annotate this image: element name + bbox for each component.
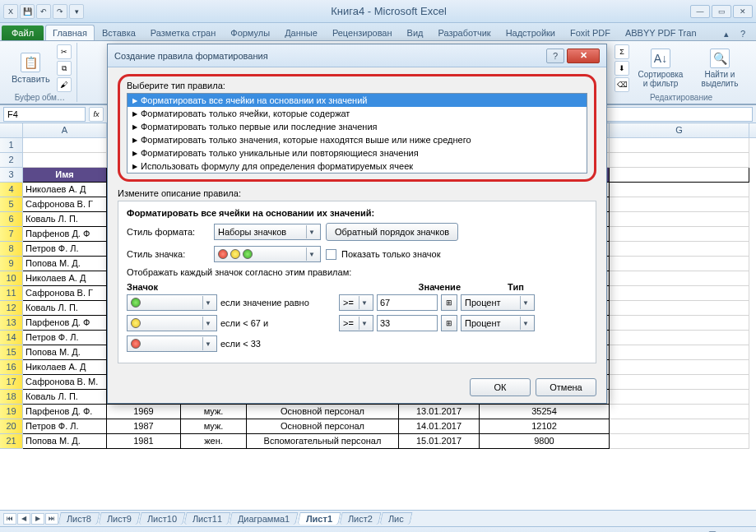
row-header[interactable]: 21 (0, 434, 23, 449)
ribbon-tabs: Файл Главная Вставка Разметка стран Форм… (0, 23, 756, 41)
sheet-tab[interactable]: Лист10 (138, 512, 185, 525)
range-ref-button[interactable]: ⊞ (441, 315, 457, 331)
operator-combo[interactable]: >=▼ (339, 315, 373, 331)
icon-combo[interactable]: ▼ (127, 335, 217, 352)
sheet-tab[interactable]: Лист8 (58, 512, 100, 525)
minimize-ribbon-icon[interactable]: ▴ (720, 27, 733, 40)
tab-home[interactable]: Главная (45, 25, 95, 40)
tab-view[interactable]: Вид (400, 25, 431, 40)
fx-icon[interactable]: fx (89, 107, 104, 122)
cancel-button[interactable]: Отмена (536, 378, 596, 396)
fill-icon[interactable]: ⬇ (615, 61, 629, 76)
row-header[interactable]: 20 (0, 419, 23, 434)
col-header[interactable]: A (23, 123, 107, 137)
cut-icon[interactable]: ✂ (57, 44, 72, 59)
tab-addins[interactable]: Надстройки (499, 25, 563, 40)
sheet-tab[interactable]: Лист2 (339, 512, 381, 525)
value-input[interactable] (377, 294, 438, 311)
qat-more-icon[interactable]: ▾ (69, 4, 84, 19)
row-header[interactable]: 8 (0, 242, 23, 257)
dialog-titlebar[interactable]: Создание правила форматирования ? ✕ (108, 44, 606, 67)
row-header[interactable]: 1 (0, 138, 23, 153)
rule-item[interactable]: ▶Форматировать только ячейки, которые со… (128, 107, 587, 120)
name-box[interactable]: F4 (3, 107, 86, 122)
select-all-corner[interactable] (0, 123, 23, 137)
row-header[interactable]: 19 (0, 405, 23, 419)
row-header[interactable]: 10 (0, 271, 23, 286)
excel-icon[interactable]: X (3, 4, 18, 19)
rule-item[interactable]: ▶Форматировать только значения, которые … (128, 133, 587, 146)
row-headers: 123456789101112131415161718192021 (0, 138, 23, 449)
tab-abbyy[interactable]: ABBYY PDF Tran (618, 25, 704, 40)
tab-formulas[interactable]: Формулы (223, 25, 277, 40)
format-style-combo[interactable]: Наборы значков▼ (214, 224, 321, 240)
icon-combo[interactable]: ▼ (127, 315, 217, 331)
sheet-tab[interactable]: Лист11 (184, 512, 231, 525)
show-icon-only-checkbox[interactable] (326, 249, 336, 260)
sheet-tab[interactable]: Лист9 (98, 512, 140, 525)
row-header[interactable]: 16 (0, 360, 23, 375)
row-header[interactable]: 18 (0, 390, 23, 405)
format-painter-icon[interactable]: 🖌 (57, 77, 72, 92)
row-header[interactable]: 5 (0, 197, 23, 212)
row-header[interactable]: 13 (0, 316, 23, 331)
row-header[interactable]: 6 (0, 212, 23, 227)
tab-foxit[interactable]: Foxit PDF (563, 25, 618, 40)
sheet-nav-first-icon[interactable]: ⏮ (3, 513, 16, 525)
value-input[interactable] (377, 315, 438, 331)
icon-combo[interactable]: ▼ (127, 294, 217, 311)
row-header[interactable]: 12 (0, 301, 23, 316)
tab-insert[interactable]: Вставка (95, 25, 143, 40)
copy-icon[interactable]: ⧉ (57, 61, 72, 76)
row-header[interactable]: 4 (0, 183, 23, 197)
sheet-tab-bar: ⏮ ◀ ▶ ⏭ Лист8Лист9Лист10Лист11Диаграмма1… (0, 510, 756, 526)
rule-item[interactable]: ▶Использовать формулу для определения фо… (128, 160, 587, 173)
operator-combo[interactable]: >=▼ (339, 294, 373, 311)
maximize-button[interactable]: ▭ (712, 5, 731, 18)
col-header[interactable]: G (610, 123, 749, 137)
range-ref-button[interactable]: ⊞ (441, 294, 457, 311)
row-header[interactable]: 17 (0, 375, 23, 390)
rule-item[interactable]: ▶Форматировать только первые или последн… (128, 120, 587, 133)
ok-button[interactable]: ОК (470, 378, 531, 396)
row-header[interactable]: 15 (0, 345, 23, 360)
row-header[interactable]: 11 (0, 286, 23, 301)
tab-developer[interactable]: Разработчик (430, 25, 498, 40)
sheet-nav-prev-icon[interactable]: ◀ (17, 513, 30, 525)
row-header[interactable]: 7 (0, 227, 23, 242)
sort-filter-button[interactable]: A↓ Сортировка и фильтр (633, 47, 689, 90)
tab-pagelayout[interactable]: Разметка стран (143, 25, 223, 40)
dialog-close-button[interactable]: ✕ (567, 49, 600, 63)
tab-review[interactable]: Рецензирован (325, 25, 400, 40)
close-window-button[interactable]: ✕ (733, 5, 753, 18)
sheet-tab[interactable]: Диаграмма1 (230, 512, 299, 525)
row-header[interactable]: 2 (0, 153, 23, 168)
reverse-order-button[interactable]: Обратный порядок значков (326, 223, 458, 241)
save-icon[interactable]: 💾 (20, 4, 35, 19)
sheet-nav-last-icon[interactable]: ⏭ (45, 513, 58, 525)
file-tab[interactable]: Файл (2, 25, 44, 40)
sheet-nav-next-icon[interactable]: ▶ (31, 513, 44, 525)
tab-data[interactable]: Данные (277, 25, 325, 40)
rule-item[interactable]: ▶Форматировать все ячейки на основании и… (128, 94, 587, 107)
row-header[interactable]: 14 (0, 331, 23, 345)
dialog-help-button[interactable]: ? (546, 49, 564, 63)
rule-type-list[interactable]: ▶Форматировать все ячейки на основании и… (127, 93, 587, 173)
paste-button[interactable]: 📋 Вставить (8, 51, 53, 86)
clear-icon[interactable]: ⌫ (615, 77, 629, 92)
type-combo[interactable]: Процент▼ (461, 294, 535, 311)
undo-icon[interactable]: ↶ (36, 4, 51, 19)
rule-item[interactable]: ▶Форматировать только уникальные или пов… (128, 146, 587, 160)
help-icon[interactable]: ? (736, 27, 749, 40)
minimize-button[interactable]: — (690, 5, 710, 18)
row-header[interactable]: 3 (0, 168, 23, 183)
redo-icon[interactable]: ↷ (53, 4, 67, 19)
sheet-tab[interactable]: Лист1 (297, 512, 341, 525)
autosum-icon[interactable]: Σ (615, 44, 629, 59)
find-select-button[interactable]: 🔍 Найти и выделить (692, 47, 748, 90)
type-combo[interactable]: Процент▼ (461, 315, 535, 331)
hdr-value: Значение (419, 282, 508, 292)
row-header[interactable]: 9 (0, 257, 23, 271)
icon-style-combo[interactable]: ▼ (214, 246, 321, 262)
sheet-tab[interactable]: Лис (379, 512, 412, 525)
